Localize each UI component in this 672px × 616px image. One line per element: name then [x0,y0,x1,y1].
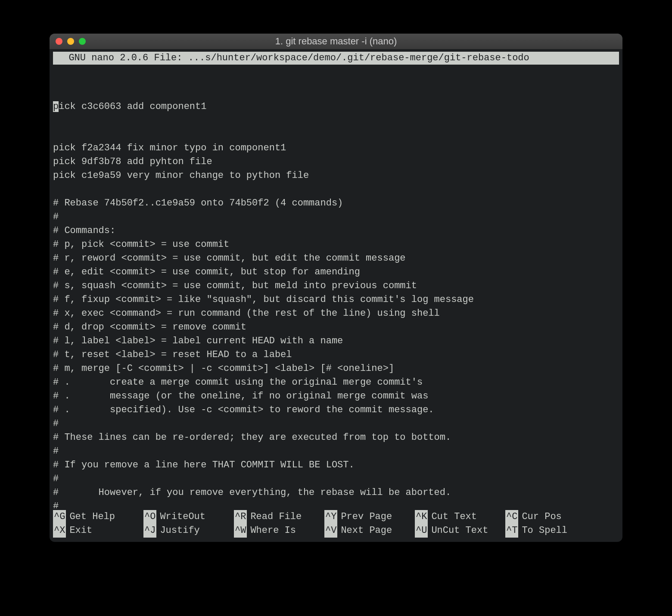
help-label: To Spell [522,524,567,538]
help-label: Prev Page [341,510,392,524]
help-label: Get Help [69,510,115,524]
help-item[interactable]: ^WWhere Is [234,524,324,538]
help-item[interactable]: ^YPrev Page [324,510,415,524]
help-key: ^G [53,510,66,524]
help-item[interactable]: ^KCut Text [415,510,505,524]
help-key: ^T [505,524,518,538]
text-cursor: p [53,101,59,112]
help-bar: ^GGet Help^OWriteOut^RRead File^YPrev Pa… [50,508,622,542]
help-item[interactable]: ^RRead File [234,510,324,524]
help-item[interactable]: ^XExit [53,524,143,538]
editor-line [53,183,619,196]
help-key: ^J [143,524,156,538]
window-title: 1. git rebase master -i (nano) [50,36,622,47]
help-label: Cur Pos [522,510,561,524]
editor-line: # [53,210,619,224]
help-label: Cut Text [431,510,477,524]
editor-line: # . specified). Use -c <commit> to rewor… [53,403,619,417]
editor-line: # [53,500,619,508]
help-label: Next Page [341,524,392,538]
help-label: Read File [250,510,302,524]
editor-line: pick c3c6063 add component1 [53,100,619,114]
help-label: UnCut Text [431,524,488,538]
editor-line: # [53,417,619,431]
editor-line: # However, if you remove everything, the… [53,486,619,500]
help-item[interactable]: ^TTo Spell [505,524,596,538]
editor-line: # These lines can be re-ordered; they ar… [53,431,619,445]
editor-line: # If you remove a line here THAT COMMIT … [53,458,619,472]
editor-line: # d, drop <commit> = remove commit [53,320,619,334]
editor-line: # p, pick <commit> = use commit [53,238,619,252]
help-item[interactable]: ^JJustify [143,524,234,538]
help-key: ^X [53,524,66,538]
editor-line: # t, reset <label> = reset HEAD to a lab… [53,348,619,362]
help-label: Justify [160,524,199,538]
help-row: ^GGet Help^OWriteOut^RRead File^YPrev Pa… [53,510,619,524]
help-key: ^K [415,510,428,524]
editor-line: # f, fixup <commit> = like "squash", but… [53,293,619,307]
help-key: ^W [234,524,247,538]
help-label: WriteOut [160,510,205,524]
editor-text: ick c3c6063 add component1 [59,101,206,112]
help-key: ^Y [324,510,337,524]
editor-line: # [53,445,619,458]
help-label: Where Is [250,524,296,538]
editor-line: pick c1e9a59 very minor change to python… [53,169,619,183]
help-label: Exit [69,524,92,538]
close-icon[interactable] [56,38,62,45]
editor-line: # . create a merge commit using the orig… [53,376,619,389]
help-item[interactable]: ^OWriteOut [143,510,234,524]
help-item[interactable]: ^VNext Page [324,524,415,538]
editor-line: # r, reword <commit> = use commit, but e… [53,252,619,265]
editor-line: # l, label <label> = label current HEAD … [53,334,619,348]
help-row: ^XExit^JJustify^WWhere Is^VNext Page^UUn… [53,524,619,538]
editor-area[interactable]: pick c3c6063 add component1 pick f2a2344… [50,65,622,508]
traffic-lights [56,38,86,45]
editor-line: # m, merge [-C <commit> | -c <commit>] <… [53,362,619,376]
nano-header: GNU nano 2.0.6 File: ...s/hunter/workspa… [53,52,619,65]
editor-line: # s, squash <commit> = use commit, but m… [53,279,619,293]
help-key: ^R [234,510,247,524]
editor-line: pick f2a2344 fix minor typo in component… [53,141,619,155]
help-item[interactable]: ^GGet Help [53,510,143,524]
editor-line: # e, edit <commit> = use commit, but sto… [53,265,619,279]
help-key: ^U [415,524,428,538]
editor-line: pick 9df3b78 add pyhton file [53,155,619,169]
terminal-window: 1. git rebase master -i (nano) GNU nano … [50,34,622,542]
help-key: ^V [324,524,337,538]
editor-line: # . message (or the oneline, if no origi… [53,389,619,403]
zoom-icon[interactable] [79,38,86,45]
editor-line: # [53,472,619,486]
editor-line: # Commands: [53,224,619,238]
help-item[interactable]: ^UUnCut Text [415,524,505,538]
help-key: ^C [505,510,518,524]
window-titlebar: 1. git rebase master -i (nano) [50,34,622,49]
help-item[interactable]: ^CCur Pos [505,510,596,524]
help-key: ^O [143,510,156,524]
editor-line: # x, exec <command> = run command (the r… [53,307,619,320]
minimize-icon[interactable] [67,38,74,45]
editor-line: # Rebase 74b50f2..c1e9a59 onto 74b50f2 (… [53,196,619,210]
